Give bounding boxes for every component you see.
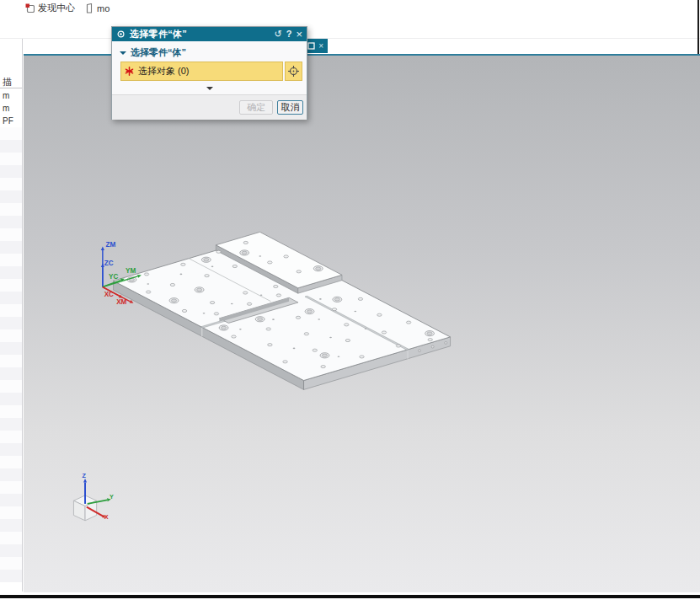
triad-axis-label: Z bbox=[82, 472, 86, 479]
navigator-row bbox=[0, 355, 22, 367]
navigator-row[interactable]: PF bbox=[0, 115, 22, 127]
select-object-row[interactable]: 选择对象 (0) bbox=[120, 62, 283, 81]
navigator-row bbox=[0, 329, 22, 342]
navigator-row bbox=[0, 304, 22, 317]
dialog-footer: 确定 取消 bbox=[112, 94, 307, 120]
navigator-row[interactable]: m bbox=[0, 102, 22, 115]
navigator-row bbox=[0, 165, 22, 178]
section-label: 选择零件“体” bbox=[131, 46, 186, 59]
navigator-row bbox=[0, 443, 22, 456]
dialog-title: 选择零件“体” bbox=[130, 28, 270, 40]
navigator-row bbox=[0, 570, 22, 582]
3d-scene[interactable]: ZMZCYMYCXMXCZYX bbox=[24, 56, 700, 592]
navigator-row bbox=[0, 317, 22, 329]
navigator-row bbox=[0, 532, 22, 544]
axis-label: XC bbox=[104, 291, 114, 298]
navigator-row bbox=[0, 544, 22, 557]
dialog-gear-icon bbox=[116, 29, 126, 39]
active-tab-icon bbox=[307, 42, 315, 50]
dialog-close-icon[interactable]: × bbox=[296, 29, 302, 39]
tab-discovery-center[interactable]: 发现中心 bbox=[25, 1, 75, 15]
navigator-row bbox=[0, 481, 22, 494]
navigator-row bbox=[0, 393, 22, 405]
navigator-row bbox=[0, 456, 22, 468]
navigator-row bbox=[0, 380, 22, 393]
point-picker-button[interactable] bbox=[285, 62, 302, 81]
select-object-label: 选择对象 (0) bbox=[138, 65, 190, 78]
navigator-row bbox=[0, 241, 22, 254]
triad-axis-label: X bbox=[104, 513, 109, 521]
axis-label: ZC bbox=[104, 260, 114, 267]
dialog-reset-icon[interactable]: ↺ bbox=[274, 29, 281, 39]
navigator-row bbox=[0, 468, 22, 481]
navigator-row bbox=[0, 405, 22, 418]
required-star-icon bbox=[125, 67, 134, 76]
axis-label: YC bbox=[109, 273, 118, 281]
dialog-section-header[interactable]: 选择零件“体” bbox=[112, 41, 307, 59]
plate-assembly-model[interactable] bbox=[114, 232, 451, 389]
ok-button[interactable]: 确定 bbox=[239, 100, 273, 115]
cancel-button[interactable]: 取消 bbox=[277, 100, 303, 115]
navigator-row bbox=[0, 127, 22, 140]
tab-close-icon[interactable]: × bbox=[318, 42, 323, 51]
navigator-row bbox=[0, 494, 22, 506]
crosshair-icon bbox=[287, 65, 300, 78]
dialog-help-icon[interactable]: ? bbox=[286, 29, 292, 39]
tab-model-part[interactable]: mo bbox=[85, 1, 110, 15]
section-collapse-triangle-icon bbox=[120, 51, 126, 55]
tab-label: mo bbox=[97, 3, 110, 13]
dialog-titlebar[interactable]: 选择零件“体” ↺ ? × bbox=[112, 27, 307, 41]
navigator-row bbox=[0, 254, 22, 266]
graphics-window[interactable]: ZMZCYMYCXMXCZYX bbox=[24, 56, 700, 592]
navigator-row bbox=[0, 153, 22, 165]
navigator-row bbox=[0, 266, 22, 279]
axis-label: ZM bbox=[105, 241, 115, 249]
axis-label: XM bbox=[116, 298, 126, 306]
document-tabbar bbox=[0, 38, 700, 55]
navigator-row bbox=[0, 431, 22, 443]
navigator-row bbox=[0, 178, 22, 190]
navigator-row bbox=[0, 279, 22, 292]
navigator-row bbox=[0, 203, 22, 216]
navigator-rows: mmPF bbox=[0, 89, 22, 582]
navigator-row bbox=[0, 418, 22, 431]
triad-axis-label: Y bbox=[110, 493, 114, 501]
navigator-row[interactable]: m bbox=[0, 89, 22, 102]
navigator-row bbox=[0, 292, 22, 304]
navigator-row bbox=[0, 228, 22, 241]
tab-label: 发现中心 bbox=[38, 2, 75, 14]
navigator-row bbox=[0, 506, 22, 519]
navigator-row bbox=[0, 190, 22, 203]
navigator-row bbox=[0, 342, 22, 355]
select-body-dialog: 选择零件“体” ↺ ? × 选择零件“体” 选择对象 (0) 确 bbox=[111, 26, 307, 120]
view-triad[interactable]: ZYX bbox=[73, 472, 114, 521]
navigator-row bbox=[0, 519, 22, 532]
navigator-panel: 描 mmPF bbox=[0, 39, 23, 592]
dialog-collapse-arrow-icon[interactable] bbox=[206, 87, 213, 90]
navigator-row bbox=[0, 367, 22, 380]
navigator-row bbox=[0, 557, 22, 570]
navigator-column-header: 描 bbox=[0, 76, 22, 88]
axis-label: YM bbox=[126, 267, 136, 275]
window-bottom-border bbox=[0, 595, 700, 598]
discovery-center-icon bbox=[25, 3, 35, 13]
navigator-row bbox=[0, 216, 22, 228]
navigator-row bbox=[0, 140, 22, 153]
part-file-icon bbox=[85, 3, 94, 13]
